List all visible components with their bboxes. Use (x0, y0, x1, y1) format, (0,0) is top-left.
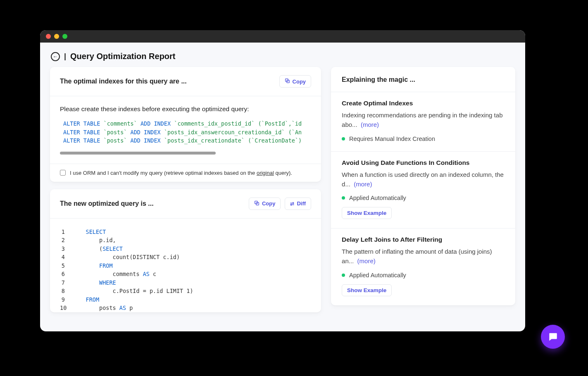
diff-button-label: Diff (297, 200, 306, 207)
optimized-card-actions: Copy ⇄ Diff (249, 198, 311, 210)
optimized-card-header: The new optimized query is ... Copy ⇄ Di… (50, 189, 321, 219)
magic-item-desc: The pattern of inflating the amount of d… (342, 247, 505, 266)
more-link[interactable]: (more) (357, 257, 376, 264)
optimized-query-card: The new optimized query is ... Copy ⇄ Di… (50, 189, 321, 312)
chat-fab-button[interactable] (541, 325, 565, 349)
indexes-card-footer: I use ORM and I can't modify my query (r… (50, 164, 321, 182)
status-text: Applied Automatically (349, 272, 406, 278)
orm-checkbox-label: I use ORM and I can't modify my query (r… (70, 170, 292, 176)
status-text: Applied Automatically (349, 195, 406, 201)
magic-item: Create Optimal Indexes Indexing recommen… (331, 92, 515, 152)
diff-icon: ⇄ (290, 201, 294, 207)
magic-item-status: Applied Automatically (342, 195, 505, 201)
magic-item: Delay Left Joins to After Filtering The … (331, 228, 515, 305)
right-column: Explaining the magic ... Create Optimal … (331, 67, 515, 312)
show-example-button[interactable]: Show Example (342, 284, 392, 296)
window-maximize-icon[interactable] (62, 34, 67, 39)
status-text: Requires Manual Index Creation (349, 136, 435, 142)
status-dot-icon (342, 137, 345, 140)
status-dot-icon (342, 274, 345, 277)
magic-card: Explaining the magic ... Create Optimal … (331, 67, 515, 305)
indexes-explanation: Please create these indexes before execu… (60, 105, 311, 113)
left-column: The optimal indexes for this query are .… (50, 67, 321, 312)
orm-checkbox[interactable] (60, 170, 66, 176)
content-area: The optimal indexes for this query are .… (40, 67, 525, 312)
horizontal-scrollbar[interactable] (60, 152, 216, 155)
indexes-card: The optimal indexes for this query are .… (50, 67, 321, 182)
index-sql-block: ALTER TABLE `comments` ADD INDEX `commen… (60, 119, 311, 145)
optimized-sql-block: 1 SELECT 2 p.id, 3 (SELECT 4 count(DISTI… (50, 219, 321, 312)
magic-item-title: Create Optimal Indexes (342, 100, 505, 107)
indexes-card-body: Please create these indexes before execu… (50, 96, 321, 164)
window-titlebar (40, 30, 525, 43)
magic-card-title: Explaining the magic ... (331, 67, 515, 92)
page-title: Query Optimization Report (70, 52, 175, 61)
indexes-card-title: The optimal indexes for this query are .… (60, 78, 187, 85)
window-close-icon[interactable] (46, 34, 51, 39)
copy-button-label: Copy (293, 79, 306, 85)
copy-button[interactable]: Copy (279, 75, 312, 88)
copy-icon (254, 200, 259, 207)
app-window: ← | Query Optimization Report The optima… (40, 30, 525, 331)
magic-item-title: Delay Left Joins to After Filtering (342, 236, 505, 243)
status-dot-icon (342, 196, 345, 200)
back-arrow-icon[interactable]: ← (51, 52, 60, 61)
copy-button-label: Copy (262, 200, 276, 207)
magic-item-title: Avoid Using Date Functions In Conditions (342, 159, 505, 167)
copy-button[interactable]: Copy (249, 198, 281, 210)
page-header: ← | Query Optimization Report (40, 43, 525, 67)
magic-item-status: Applied Automatically (342, 272, 505, 278)
indexes-card-header: The optimal indexes for this query are .… (50, 67, 321, 96)
diff-button[interactable]: ⇄ Diff (285, 198, 311, 210)
magic-item-desc: When a function is used directly on an i… (342, 170, 505, 189)
magic-item-desc: Indexing recommendations are pending in … (342, 110, 505, 130)
magic-item-status: Requires Manual Index Creation (342, 136, 505, 142)
magic-item: Avoid Using Date Functions In Conditions… (331, 152, 515, 229)
more-link[interactable]: (more) (361, 121, 379, 128)
header-separator: | (64, 52, 66, 61)
window-minimize-icon[interactable] (54, 34, 59, 39)
copy-icon (285, 78, 290, 85)
show-example-button[interactable]: Show Example (342, 207, 392, 219)
chat-icon (548, 331, 558, 342)
more-link[interactable]: (more) (354, 181, 372, 188)
optimized-card-title: The new optimized query is ... (60, 200, 154, 207)
